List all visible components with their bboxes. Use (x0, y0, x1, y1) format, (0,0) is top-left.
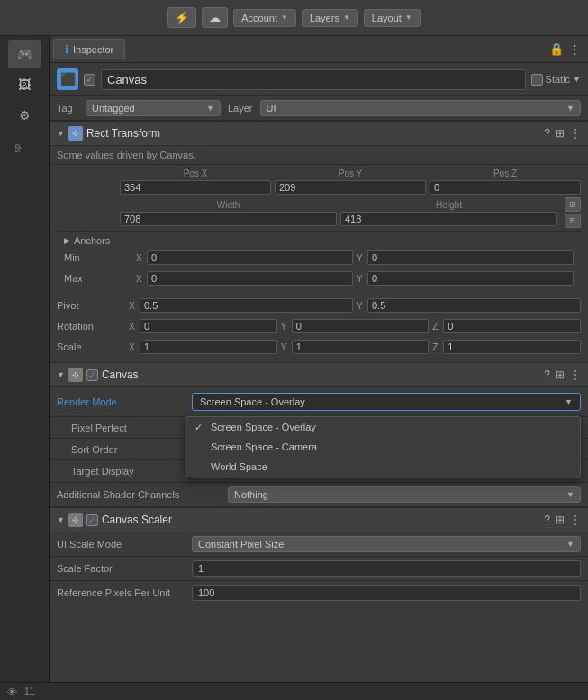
anchor-min-y-axis: Y (357, 253, 366, 263)
lock-icon[interactable]: 🔒 (549, 42, 564, 56)
scale-z-axis: Z (432, 342, 441, 352)
render-mode-dropdown[interactable]: Screen Space - Overlay ▼ (192, 393, 581, 411)
rect-transform-menu-icon[interactable]: ⋮ (570, 127, 581, 140)
anchor-max-x-input[interactable] (147, 271, 353, 286)
scale-z-field: Z (432, 340, 581, 354)
anchors-title: Anchors (74, 235, 110, 246)
rot-x-input[interactable] (140, 319, 277, 333)
main-layout: 🎮 🖼 ⚙ sp ℹ Inspector 🔒 ⋮ ⬛ (0, 36, 588, 700)
rect-transform-actions: ? ⊞ ⋮ (544, 127, 581, 140)
scale-factor-input[interactable] (192, 560, 581, 577)
anchor-max-x-axis: X (136, 274, 145, 284)
static-checkbox[interactable] (531, 74, 543, 86)
object-icon: ⬛ (57, 68, 78, 90)
scale-row: Scale X Y Z (57, 338, 581, 356)
anchor-min-row: Min X Y (64, 249, 574, 267)
object-name-input[interactable] (101, 69, 526, 90)
account-label: Account (241, 13, 277, 23)
width-input[interactable] (120, 212, 337, 226)
toolbar-cloud-icon: ☁ (209, 11, 221, 24)
additional-shader-dropdown[interactable]: Nothing ▼ (228, 486, 581, 503)
pos-y-input[interactable] (275, 180, 426, 195)
layout-label: Layout (372, 13, 402, 23)
rect-transform-help-icon[interactable]: ? (544, 127, 550, 140)
canvas-settings-icon[interactable]: ⊞ (556, 368, 565, 381)
pivot-fields: X Y (129, 298, 581, 313)
canvas-scaler-help-icon[interactable]: ? (544, 514, 550, 526)
anchor-min-y-field: Y (357, 250, 574, 265)
scale-factor-label: Scale Factor (57, 563, 192, 574)
dropdown-item-screen-space-overlay[interactable]: Screen Space - Overlay (185, 417, 580, 437)
width-col: Width (120, 200, 337, 226)
render-mode-arrow-icon: ▼ (565, 397, 573, 406)
rot-z-input[interactable] (443, 319, 581, 333)
canvas-scaler-checkbox[interactable]: ✓ (86, 514, 98, 526)
inspector-content[interactable]: ⬛ ✓ Static ▼ Tag Untagged ▼ L (50, 63, 588, 700)
object-active-checkbox[interactable]: ✓ (84, 74, 95, 86)
ref-pixels-row: Reference Pixels Per Unit (50, 581, 588, 605)
toolbar-icon-btn-1[interactable]: ⚡ (167, 7, 196, 28)
sidebar-icon-3[interactable]: ⚙ (8, 101, 41, 130)
anchor-max-label: Max (64, 273, 136, 284)
tab-menu-icon[interactable]: ⋮ (569, 42, 581, 56)
inspector-tab[interactable]: ℹ Inspector (53, 39, 125, 59)
hint-message: Some values driven by Canvas. (50, 146, 588, 165)
canvas-section-header[interactable]: ▼ ⊹ ✓ Canvas ? ⊞ ⋮ (50, 362, 588, 387)
rect-transform-settings-icon[interactable]: ⊞ (556, 127, 565, 140)
r-btn[interactable]: R (565, 214, 581, 228)
pivot-x-input[interactable] (140, 298, 353, 313)
anchor-max-fields: X Y (136, 271, 574, 286)
dropdown-item-screen-space-camera[interactable]: Screen Space - Camera (185, 437, 580, 457)
rect-transform-arrow-icon: ▼ (57, 129, 65, 138)
toolbar-cloud-btn[interactable]: ☁ (202, 7, 228, 28)
pos-z-input[interactable] (430, 180, 581, 195)
canvas-section-title: Canvas (102, 368, 540, 381)
canvas-help-icon[interactable]: ? (544, 368, 550, 381)
height-input[interactable] (340, 212, 557, 226)
tag-label: Tag (57, 103, 78, 114)
sidebar-icon-scene[interactable]: 🎮 (8, 40, 41, 68)
scale-x-input[interactable] (140, 340, 277, 354)
pos-x-input[interactable] (120, 180, 271, 195)
sidebar-icon-2[interactable]: 🖼 (8, 70, 41, 99)
pivot-y-input[interactable] (367, 298, 581, 313)
scale-y-input[interactable] (292, 340, 430, 354)
layout-dropdown[interactable]: Layout ▼ (364, 9, 421, 27)
canvas-scaler-header[interactable]: ▼ ⊹ ✓ Canvas Scaler ? ⊞ ⋮ (50, 507, 588, 532)
tag-dropdown[interactable]: Untagged ▼ (86, 100, 221, 116)
ref-pixels-label: Reference Pixels Per Unit (57, 587, 192, 598)
canvas-scaler-menu-icon[interactable]: ⋮ (570, 514, 581, 526)
anchors-section: ▶ Anchors Min X Y (57, 231, 581, 294)
layer-dropdown[interactable]: UI ▼ (260, 100, 581, 116)
rot-y-input[interactable] (292, 319, 430, 333)
constraint-icon-btn[interactable]: ⊞ (565, 197, 581, 212)
anchor-min-x-input[interactable] (147, 250, 353, 265)
bottom-spacer (50, 605, 588, 641)
account-dropdown[interactable]: Account ▼ (233, 9, 296, 27)
scale-x-axis: X (129, 342, 138, 352)
info-icon: ℹ (65, 43, 69, 56)
scale-z-input[interactable] (443, 340, 581, 354)
ui-scale-mode-dropdown[interactable]: Constant Pixel Size ▼ (192, 536, 581, 552)
ui-scale-mode-label: UI Scale Mode (57, 539, 192, 550)
bottom-eye-icon: 👁 (7, 686, 17, 697)
canvas-scaler-settings-icon[interactable]: ⊞ (556, 514, 565, 526)
layers-dropdown[interactable]: Layers ▼ (302, 9, 358, 27)
static-arrow-icon[interactable]: ▼ (573, 75, 581, 84)
canvas-active-checkbox[interactable]: ✓ (86, 369, 98, 381)
tag-arrow-icon: ▼ (206, 104, 214, 113)
rect-transform-icon: ⊹ (68, 126, 83, 141)
layer-label: Layer (228, 103, 253, 114)
static-text: Static (546, 74, 571, 85)
ui-scale-mode-value: Constant Pixel Size (198, 539, 284, 550)
additional-shader-value: Nothing (234, 489, 268, 500)
pos-row: Pos X Pos Y Pos Z (57, 168, 581, 195)
dropdown-item-world-space[interactable]: World Space (185, 457, 580, 477)
ref-pixels-input[interactable] (192, 585, 581, 601)
anchor-max-y-input[interactable] (367, 271, 574, 286)
bottom-bar: 👁 11 (0, 682, 588, 700)
canvas-menu-icon[interactable]: ⋮ (570, 368, 581, 381)
rect-transform-header[interactable]: ▼ ⊹ Rect Transform ? ⊞ ⋮ (50, 121, 588, 146)
anchor-min-y-input[interactable] (367, 250, 574, 265)
pos-y-col: Pos Y (275, 168, 426, 195)
